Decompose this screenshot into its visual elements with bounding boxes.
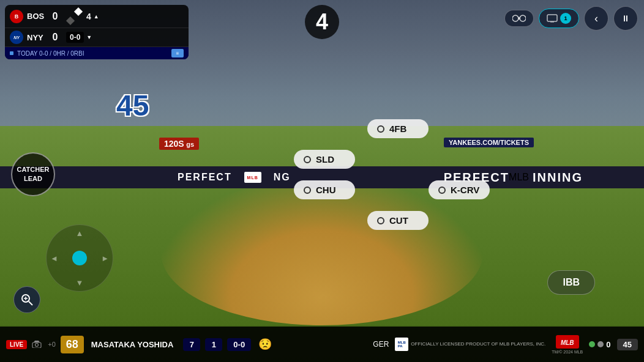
bos-logo: B [10,10,23,23]
pitch-indicator [304,187,311,194]
away-team-row: B BOS 0 4 ▲ [5,5,189,28]
sponsor-sign: 120S gs [159,138,199,150]
mlb-logo-right: MLB [509,172,529,183]
game-container: YANKEES.COM/TICKETS 120S gs PERFECT MLB … [0,0,644,362]
player-name: MASATAKA YOSHIDA [91,340,174,349]
screen-icon [547,14,558,23]
joystick-up-arrow: ▲ [76,229,84,238]
search-zoom-button[interactable] [13,286,40,313]
catcher-lead-button[interactable]: CATCHER LEAD [11,152,55,196]
mlbpa-logo: MLBPA [395,338,408,351]
camera-icon-bottom [32,341,42,348]
away-score: 0 [49,11,61,22]
pitch-indicator [377,125,384,133]
pitch-indicator [304,156,311,163]
ibb-button[interactable]: IBB [547,270,595,295]
scoreboard: B BOS 0 4 ▲ NY NYY 0 [5,5,189,59]
pitch-chu-button[interactable]: CHU [294,180,355,199]
inning-center-display: 4 [305,5,339,39]
bottom-right: GER MLBPA OFFICIALLY LICENSED PRODUCT OF… [373,335,638,354]
joystick-down-arrow: ▼ [76,278,84,287]
inning-number: 4 [86,12,91,21]
joystick-container[interactable]: ▲ ▼ ◄ ► [46,224,113,292]
pitch-sld-button[interactable]: SLD [294,150,355,169]
mlb-logo-area: MLB TM/© 2024 MLB [552,335,583,354]
pitch-indicator [438,187,446,194]
viewer-badge: 1 [560,13,571,24]
joystick-right-arrow: ► [101,254,109,263]
svg-point-1 [520,15,526,21]
svg-point-0 [512,15,519,21]
mlb-badge: MLB [556,335,579,349]
yankees-sign: YANKEES.COM/TICKETS [444,138,534,147]
tm-text: TM/© 2024 MLB [552,350,583,354]
infield-dirt [161,180,483,325]
home-team-row: NY NYY 0 0-0 ▼ [5,28,189,47]
pitch-4fb-label: 4FB [389,124,406,134]
svg-marker-10 [34,341,40,342]
pitch-4fb-button[interactable]: 4FB [367,119,429,138]
stat-2: 1 [205,338,222,351]
score-dots: 0 [589,340,610,349]
svg-line-6 [29,301,32,305]
bottom-score: 45 [617,339,638,350]
stat-1: 7 [183,338,200,351]
inning-diamonds [66,7,81,25]
pause-button[interactable]: ⏸ [613,6,638,31]
joystick-knob[interactable] [72,251,87,265]
pitcher-number: 45 [116,89,149,122]
mlbpa-area: MLBPA OFFICIALLY LICENSED PRODUCT OF MLB… [395,338,545,351]
pitch-indicator [377,217,384,224]
camera-button[interactable] [504,10,534,27]
ger-text: GER [373,340,389,349]
pitch-sld-label: SLD [316,154,334,164]
mood-icon: 😟 [258,338,272,351]
home-score: 0 [49,32,61,43]
away-team-abbr: BOS [27,12,49,21]
player-stats: 7 1 0-0 [183,338,251,351]
home-team-abbr: NYY [27,33,49,42]
pitch-chu-label: CHU [316,185,336,195]
stat-3: 0-0 [227,338,251,351]
mlb-logo-ad: MLB [244,172,261,183]
search-zoom-icon [20,293,34,306]
pitch-kcrv-label: K-CRV [451,185,479,195]
binoculars-icon [512,14,526,23]
live-badge: LIVE [6,340,27,349]
count-display: 0-0 [66,32,84,43]
pitch-cut-button[interactable]: CUT [367,211,429,230]
joystick-left-arrow: ◄ [50,254,58,263]
pitch-kcrv-button[interactable]: K-CRV [429,180,490,199]
inning-arrow: ▲ [94,13,99,20]
svg-rect-2 [518,17,520,20]
plus-zero: +0 [48,341,56,348]
player-rating: 68 [61,336,84,353]
top-controls: 1 ‹ ⏸ [504,6,638,31]
nyy-logo: NY [10,31,23,44]
licensed-text: OFFICIALLY LICENSED PRODUCT OF MLB PLAYE… [411,341,545,347]
back-button[interactable]: ‹ [584,6,608,31]
pitch-cut-label: CUT [389,215,408,226]
bottom-bar: LIVE +0 68 MASATAKA YOSHIDA 7 1 0-0 😟 GE… [0,327,644,362]
viewer-button[interactable]: 1 [539,9,579,28]
svg-rect-3 [547,15,557,21]
record-bar: TODAY 0-0 / 0HR / 0RBI ≡ [5,47,189,59]
svg-point-11 [36,344,39,347]
